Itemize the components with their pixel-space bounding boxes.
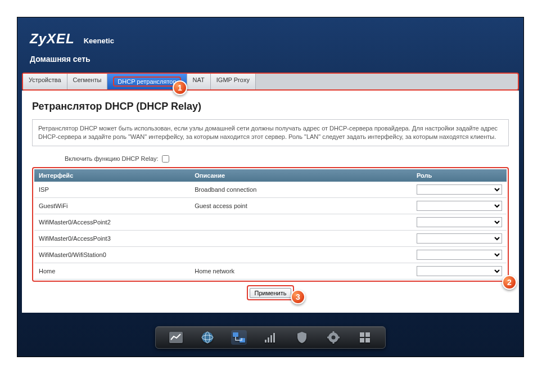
apps-icon [359, 332, 371, 343]
enable-label: Включить функцию DHCP Relay: [65, 155, 159, 162]
main-panel: Ретранслятор DHCP (DHCP Relay) Ретрансля… [22, 91, 519, 313]
role-select[interactable] [417, 266, 502, 276]
apply-row: Применить 3 [32, 285, 509, 300]
content-shell: Устройства Сегменты DHCP ретранслятор NA… [22, 73, 519, 313]
app-window: ZyXEL Keenetic Домашняя сеть Устройства … [17, 17, 524, 357]
globe-icon [201, 331, 214, 344]
brand-logo: ZyXEL [30, 31, 75, 47]
tab-bar: Устройства Сегменты DHCP ретранслятор NA… [22, 73, 519, 91]
callout-marker-2: 2 [502, 275, 517, 290]
table-row: WifiMaster0/AccessPoint2 [34, 214, 507, 230]
table-row: ISPBroadband connection [34, 182, 507, 198]
apply-button[interactable]: Применить [250, 288, 292, 298]
col-description: Описание [190, 169, 412, 182]
cell-interface: GuestWiFi [34, 197, 190, 214]
svg-point-11 [332, 335, 336, 339]
dock-apps[interactable] [357, 330, 373, 345]
cell-description [190, 214, 412, 230]
gear-icon [327, 331, 340, 344]
svg-rect-6 [265, 340, 267, 343]
dock-stats[interactable] [168, 330, 184, 345]
shield-icon [296, 331, 308, 344]
table-row: HomeHome network [34, 263, 507, 279]
dock-globe[interactable] [200, 330, 215, 345]
role-select[interactable] [417, 250, 502, 260]
svg-rect-4 [233, 332, 238, 337]
interface-table: Интерфейс Описание Роль ISPBroadband con… [34, 169, 507, 280]
table-row: GuestWiFiGuest access point [34, 197, 507, 214]
callout-marker-3: 3 [291, 290, 305, 304]
col-interface: Интерфейс [34, 169, 190, 182]
cell-role [412, 182, 507, 198]
apply-highlight: Применить [247, 285, 295, 300]
svg-rect-9 [273, 333, 275, 343]
cell-description [190, 246, 412, 263]
svg-point-1 [202, 332, 213, 343]
tab-igmp-proxy[interactable]: IGMP Proxy [211, 74, 256, 89]
svg-rect-7 [268, 337, 269, 343]
cell-description: Guest access point [190, 197, 412, 214]
dock-wrap [17, 313, 523, 357]
stats-icon [169, 332, 183, 343]
cell-role [412, 197, 507, 214]
section-title: Домашняя сеть [30, 55, 511, 64]
role-select[interactable] [417, 217, 502, 227]
cell-role [412, 246, 507, 263]
cell-interface: WifiMaster0/AccessPoint3 [34, 230, 190, 246]
role-select[interactable] [417, 233, 502, 244]
role-select[interactable] [417, 184, 502, 195]
tab-segments[interactable]: Сегменты [67, 74, 108, 89]
cell-interface: ISP [34, 182, 190, 198]
table-row: WifiMaster0/AccessPoint3 [34, 230, 507, 246]
table-row: WifiMaster0/WifiStation0 [34, 246, 507, 263]
tab-devices[interactable]: Устройства [23, 74, 67, 89]
dock-settings[interactable] [326, 330, 341, 345]
svg-rect-8 [270, 335, 272, 343]
dock-shield[interactable] [294, 330, 310, 345]
page-heading: Ретранслятор DHCP (DHCP Relay) [32, 101, 509, 112]
network-icon [232, 331, 246, 344]
svg-rect-19 [365, 338, 370, 343]
svg-rect-17 [365, 332, 370, 337]
cell-interface: WifiMaster0/WifiStation0 [34, 246, 190, 263]
enable-dhcp-relay-checkbox[interactable] [162, 155, 169, 163]
cell-description: Home network [190, 263, 412, 279]
dock-network[interactable] [231, 330, 247, 345]
enable-row: Включить функцию DHCP Relay: [32, 153, 509, 167]
cell-description: Broadband connection [190, 182, 412, 198]
info-text: Ретранслятор DHCP может быть использован… [32, 119, 509, 146]
role-select[interactable] [417, 201, 502, 211]
model-label: Keenetic [84, 37, 114, 45]
cell-role [412, 214, 507, 230]
interface-table-highlight: Интерфейс Описание Роль ISPBroadband con… [32, 167, 509, 282]
dock [155, 326, 386, 349]
cell-description [190, 230, 412, 246]
tab-dhcp-relay-highlight: DHCP ретранслятор [113, 76, 180, 87]
callout-marker-1: 1 [173, 80, 187, 95]
col-role: Роль [412, 169, 507, 182]
cell-role [412, 230, 507, 246]
cell-interface: Home [34, 263, 190, 279]
wifi-bars-icon [264, 332, 277, 343]
tab-nat[interactable]: NAT [187, 74, 211, 89]
cell-interface: WifiMaster0/AccessPoint2 [34, 214, 190, 230]
header: ZyXEL Keenetic Домашняя сеть [17, 28, 523, 68]
svg-rect-16 [360, 332, 364, 337]
cell-role [412, 263, 507, 279]
svg-rect-18 [360, 338, 364, 343]
dock-wifi[interactable] [263, 330, 278, 345]
